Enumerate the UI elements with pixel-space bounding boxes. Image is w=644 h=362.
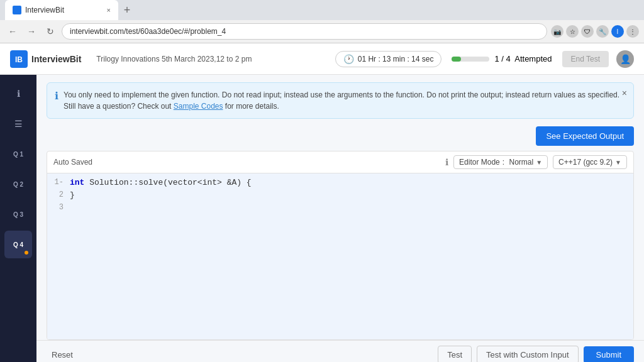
reset-button[interactable]: Reset [47, 346, 78, 362]
sidebar-item-q3[interactable]: Q 3 [4, 200, 32, 228]
sidebar-item-info[interactable]: ℹ [4, 80, 32, 107]
profile-icon[interactable]: I [611, 25, 624, 38]
forward-button[interactable]: → [24, 24, 39, 39]
tab-close-button[interactable]: × [107, 6, 111, 14]
code-line-1: 1- int Solution::solve(vector<int> &A) { [47, 177, 633, 190]
back-button[interactable]: ← [5, 24, 20, 39]
expected-output-area: See Expected Output [36, 124, 644, 151]
menu-icon[interactable]: ⋮ [626, 25, 639, 38]
extension-icon[interactable]: 🔧 [596, 25, 609, 38]
notice-text: You only need to implement the given fun… [64, 89, 626, 112]
timer-text: 01 Hr : 13 min : 14 sec [358, 55, 434, 63]
editor-mode-arrow: ▼ [536, 159, 542, 166]
test-button[interactable]: Test [438, 346, 472, 362]
url-text: interviewbit.com/test/60aa3de0ec/#/probl… [70, 27, 226, 36]
progress-text: 1 / 4 Attempted [494, 54, 552, 63]
editor-container: Auto Saved ℹ Editor Mode: Normal ▼ C++17… [47, 151, 634, 340]
line-number-2: 2 [47, 190, 70, 199]
sample-codes-link[interactable]: Sample Codes [174, 102, 223, 111]
contest-info: Trilogy Innovations 5th March 2023,12 to… [96, 55, 335, 63]
notice-info-icon: ℹ [55, 90, 58, 102]
sidebar-item-q4[interactable]: Q 4 [4, 231, 32, 258]
q1-label: Q 1 [13, 151, 23, 158]
clock-icon: 🕐 [343, 54, 354, 64]
sidebar-item-q1[interactable]: Q 1 [4, 140, 32, 168]
q3-label: Q 3 [13, 211, 23, 218]
list-icon: ☰ [14, 119, 23, 129]
line-number-3: 3 [47, 203, 70, 212]
q4-label: Q 4 [13, 241, 23, 248]
shield-icon[interactable]: 🛡 [581, 25, 594, 38]
app-header: IB InterviewBit Trilogy Innovations 5th … [0, 43, 644, 75]
logo-icon: IB [10, 50, 28, 68]
code-line-3: 3 [47, 202, 633, 215]
browser-chrome: InterviewBit × + ← → ↻ interviewbit.com/… [0, 0, 644, 43]
editor-mode-label: Editor Mode [459, 158, 500, 167]
tab-bar: InterviewBit × + [0, 0, 644, 20]
progress-area: 1 / 4 Attempted [452, 54, 552, 63]
editor-info-icon[interactable]: ℹ [445, 157, 448, 167]
notice-close-button[interactable]: × [622, 88, 627, 98]
logo-area: IB InterviewBit [10, 50, 81, 68]
reload-button[interactable]: ↻ [43, 24, 58, 39]
code-editor[interactable]: 1- int Solution::solve(vector<int> &A) {… [47, 173, 633, 339]
sidebar-item-q2[interactable]: Q 2 [4, 170, 32, 198]
active-tab[interactable]: InterviewBit × [5, 0, 118, 20]
lang-value: C++17 (gcc 9.2) [558, 158, 613, 167]
progress-bar-background [452, 57, 489, 62]
editor-toolbar: Auto Saved ℹ Editor Mode: Normal ▼ C++17… [47, 151, 633, 173]
progress-bar-fill [452, 57, 461, 62]
star-icon[interactable]: ☆ [566, 25, 579, 38]
info-icon: ℹ [17, 89, 20, 99]
language-select[interactable]: C++17 (gcc 9.2) ▼ [553, 155, 627, 169]
sidebar: ℹ ☰ Q 1 Q 2 Q 3 Q 4 [0, 75, 36, 362]
bottom-bar: Reset Test Test with Custom Input Submit [36, 340, 644, 362]
q4-badge [25, 251, 28, 255]
editor-mode-select[interactable]: Editor Mode: Normal ▼ [453, 155, 548, 169]
svg-text:IB: IB [15, 55, 23, 64]
app-container: ℹ ☰ Q 1 Q 2 Q 3 Q 4 ℹ You only need to i… [0, 75, 644, 362]
progress-label: Attempted [514, 54, 552, 63]
logo-text: InterviewBit [31, 54, 81, 64]
notice-banner: ℹ You only need to implement the given f… [47, 82, 634, 119]
line-content-1: int Solution::solve(vector<int> &A) { [70, 178, 633, 187]
end-test-button[interactable]: End Test [562, 51, 609, 67]
lang-arrow: ▼ [615, 159, 621, 166]
sidebar-item-list[interactable]: ☰ [4, 110, 32, 138]
line-content-2: } [70, 190, 633, 200]
notice-text-part1: You only need to implement the given fun… [64, 90, 619, 111]
camera-icon[interactable]: 📷 [551, 25, 564, 38]
tab-favicon [13, 6, 21, 14]
notice-text-part2: for more details. [223, 102, 279, 111]
progress-fraction: 1 / 4 [494, 54, 510, 63]
user-avatar[interactable]: 👤 [616, 50, 634, 68]
address-bar: ← → ↻ interviewbit.com/test/60aa3de0ec/#… [0, 20, 644, 43]
test-custom-input-button[interactable]: Test with Custom Input [477, 346, 579, 362]
main-content: ℹ You only need to implement the given f… [36, 75, 644, 362]
submit-button[interactable]: Submit [584, 346, 634, 362]
editor-mode-value: Normal [509, 158, 533, 167]
new-tab-button[interactable]: + [118, 1, 136, 19]
browser-icons: 📷 ☆ 🛡 🔧 I ⋮ [551, 25, 639, 38]
url-field[interactable]: interviewbit.com/test/60aa3de0ec/#/probl… [62, 23, 547, 40]
see-expected-output-button[interactable]: See Expected Output [536, 126, 634, 146]
auto-saved-label: Auto Saved [53, 158, 440, 167]
code-line-2: 2 } [47, 190, 633, 202]
q2-label: Q 2 [13, 181, 23, 188]
tab-title: InterviewBit [25, 6, 64, 14]
line-number-1: 1- [47, 178, 70, 187]
timer-area: 🕐 01 Hr : 13 min : 14 sec [335, 51, 442, 67]
